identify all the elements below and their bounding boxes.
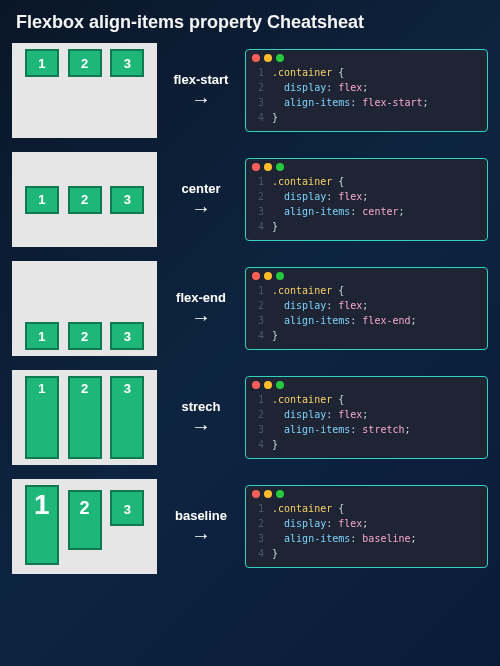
code-brace: { bbox=[338, 174, 344, 189]
line-number: 4 bbox=[252, 546, 264, 561]
dot-red-icon bbox=[252, 272, 260, 280]
dot-red-icon bbox=[252, 381, 260, 389]
window-dots bbox=[252, 272, 481, 280]
code-brace: { bbox=[338, 65, 344, 80]
dot-yellow-icon bbox=[264, 272, 272, 280]
line-number: 3 bbox=[252, 204, 264, 219]
example-row-center: 1 2 3 center → 1.container { 2 display: … bbox=[12, 152, 488, 247]
line-number: 1 bbox=[252, 65, 264, 80]
demo-box: 1 bbox=[25, 376, 59, 459]
value-label: flex-end bbox=[165, 290, 237, 305]
dot-green-icon bbox=[276, 490, 284, 498]
code-value: flex bbox=[338, 80, 362, 95]
code-selector: .container bbox=[272, 392, 332, 407]
code-value: baseline bbox=[362, 531, 410, 546]
code-prop: display bbox=[284, 298, 326, 313]
dot-green-icon bbox=[276, 381, 284, 389]
code-semi: ; bbox=[411, 531, 417, 546]
code-brace: { bbox=[338, 501, 344, 516]
demo-stretch: 1 2 3 bbox=[12, 370, 157, 465]
code-value: flex bbox=[338, 516, 362, 531]
code-brace: } bbox=[272, 110, 278, 125]
line-number: 1 bbox=[252, 501, 264, 516]
code-prop: display bbox=[284, 516, 326, 531]
code-semi: ; bbox=[362, 407, 368, 422]
code-value: flex bbox=[338, 298, 362, 313]
demo-baseline: 1 2 3 bbox=[12, 479, 157, 574]
code-snippet: 1.container { 2 display: flex; 3 align-i… bbox=[245, 158, 488, 241]
code-selector: .container bbox=[272, 501, 332, 516]
demo-box: 1 bbox=[25, 186, 59, 214]
dot-yellow-icon bbox=[264, 54, 272, 62]
line-number: 2 bbox=[252, 516, 264, 531]
code-semi: ; bbox=[362, 189, 368, 204]
code-prop: display bbox=[284, 189, 326, 204]
line-number: 4 bbox=[252, 328, 264, 343]
label-column: strech → bbox=[165, 399, 237, 436]
label-column: flex-start → bbox=[165, 72, 237, 109]
value-label: flex-start bbox=[165, 72, 237, 87]
arrow-right-icon: → bbox=[165, 416, 237, 436]
code-snippet: 1.container { 2 display: flex; 3 align-i… bbox=[245, 485, 488, 568]
demo-center: 1 2 3 bbox=[12, 152, 157, 247]
code-snippet: 1.container { 2 display: flex; 3 align-i… bbox=[245, 376, 488, 459]
code-brace: { bbox=[338, 392, 344, 407]
code-brace: { bbox=[338, 283, 344, 298]
demo-box: 1 bbox=[25, 49, 59, 77]
dot-yellow-icon bbox=[264, 163, 272, 171]
dot-green-icon bbox=[276, 272, 284, 280]
example-row-baseline: 1 2 3 baseline → 1.container { 2 display… bbox=[12, 479, 488, 574]
line-number: 3 bbox=[252, 95, 264, 110]
demo-box: 3 bbox=[110, 186, 144, 214]
line-number: 4 bbox=[252, 219, 264, 234]
demo-flex-end: 1 2 3 bbox=[12, 261, 157, 356]
demo-box: 2 bbox=[68, 322, 102, 350]
code-value: flex bbox=[338, 189, 362, 204]
code-brace: } bbox=[272, 546, 278, 561]
line-number: 3 bbox=[252, 422, 264, 437]
dot-red-icon bbox=[252, 163, 260, 171]
code-prop: align-items bbox=[284, 531, 350, 546]
window-dots bbox=[252, 54, 481, 62]
code-selector: .container bbox=[272, 283, 332, 298]
dot-red-icon bbox=[252, 54, 260, 62]
window-dots bbox=[252, 381, 481, 389]
example-row-flex-start: 1 2 3 flex-start → 1.container { 2 displ… bbox=[12, 43, 488, 138]
line-number: 2 bbox=[252, 80, 264, 95]
code-value: flex-start bbox=[362, 95, 422, 110]
demo-box: 2 bbox=[68, 49, 102, 77]
code-semi: ; bbox=[362, 298, 368, 313]
line-number: 4 bbox=[252, 437, 264, 452]
code-selector: .container bbox=[272, 65, 332, 80]
demo-flex-start: 1 2 3 bbox=[12, 43, 157, 138]
label-column: center → bbox=[165, 181, 237, 218]
label-column: flex-end → bbox=[165, 290, 237, 327]
window-dots bbox=[252, 163, 481, 171]
demo-box: 2 bbox=[68, 490, 102, 550]
code-value: flex bbox=[338, 407, 362, 422]
code-value: center bbox=[362, 204, 398, 219]
code-semi: ; bbox=[405, 422, 411, 437]
line-number: 4 bbox=[252, 110, 264, 125]
code-value: stretch bbox=[362, 422, 404, 437]
value-label: baseline bbox=[165, 508, 237, 523]
example-row-stretch: 1 2 3 strech → 1.container { 2 display: … bbox=[12, 370, 488, 465]
demo-box: 3 bbox=[110, 490, 144, 526]
value-label: center bbox=[165, 181, 237, 196]
code-brace: } bbox=[272, 219, 278, 234]
arrow-right-icon: → bbox=[165, 198, 237, 218]
code-brace: } bbox=[272, 328, 278, 343]
line-number: 1 bbox=[252, 392, 264, 407]
code-semi: ; bbox=[362, 516, 368, 531]
line-number: 1 bbox=[252, 174, 264, 189]
arrow-right-icon: → bbox=[165, 89, 237, 109]
example-row-flex-end: 1 2 3 flex-end → 1.container { 2 display… bbox=[12, 261, 488, 356]
line-number: 3 bbox=[252, 313, 264, 328]
code-prop: align-items bbox=[284, 95, 350, 110]
dot-red-icon bbox=[252, 490, 260, 498]
code-snippet: 1.container { 2 display: flex; 3 align-i… bbox=[245, 49, 488, 132]
demo-box: 2 bbox=[68, 376, 102, 459]
line-number: 2 bbox=[252, 407, 264, 422]
line-number: 2 bbox=[252, 298, 264, 313]
code-brace: } bbox=[272, 437, 278, 452]
